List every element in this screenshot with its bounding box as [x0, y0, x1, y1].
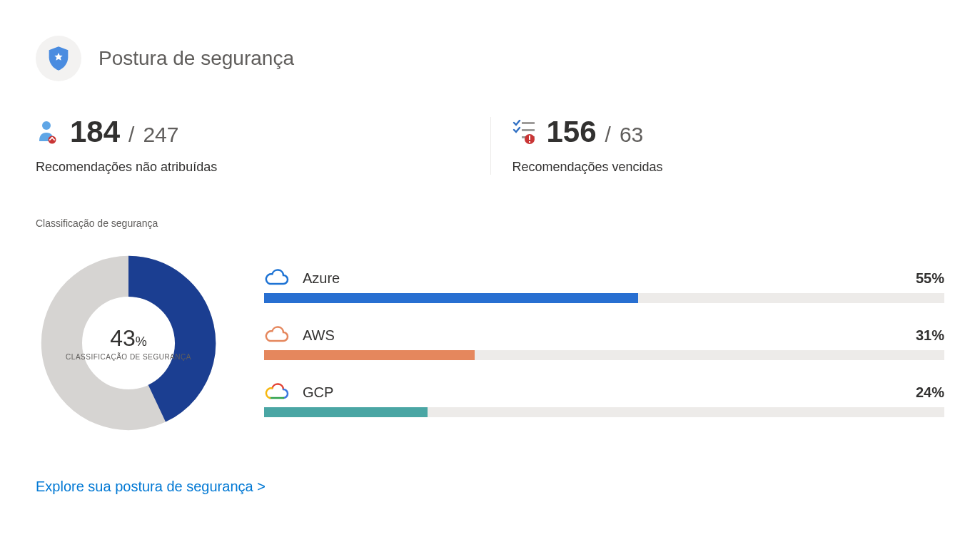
page-header: Postura de segurança [36, 36, 944, 81]
stat-overdue-big: 156 [547, 117, 597, 147]
cloud-row-azure[interactable]: Azure55% [264, 269, 944, 303]
cloud-row-aws[interactable]: AWS31% [264, 326, 944, 360]
secure-score-donut[interactable]: 43% CLASSIFICAÇÃO DE SEGURANÇA [36, 250, 221, 436]
cloud-name: GCP [303, 384, 906, 401]
cloud-icon [264, 269, 293, 287]
cloud-bar-track [264, 407, 944, 417]
donut-percent: 43% [110, 325, 147, 352]
cloud-pct: 55% [916, 270, 944, 287]
section-label: Classificação de segurança [36, 218, 944, 229]
svg-rect-5 [522, 129, 535, 131]
stat-overdue-small: 63 [620, 123, 643, 147]
cloud-pct: 24% [916, 384, 944, 401]
donut-sublabel: CLASSIFICAÇÃO DE SEGURANÇA [66, 353, 191, 361]
person-alert-icon [36, 120, 61, 144]
stat-overdue[interactable]: 156/63 Recomendações vencidas [490, 117, 945, 175]
svg-rect-4 [522, 122, 535, 124]
cloud-bars: Azure55%AWS31%GCP24% [264, 269, 944, 417]
stat-unassigned-big: 184 [70, 117, 120, 147]
score-section: 43% CLASSIFICAÇÃO DE SEGURANÇA Azure55%A… [36, 250, 944, 436]
page-title: Postura de segurança [98, 47, 294, 70]
stat-unassigned-label: Recomendações não atribuídas [36, 160, 490, 175]
cloud-name: AWS [303, 327, 906, 344]
checklist-alert-icon [512, 120, 538, 144]
cloud-bar-fill [264, 293, 638, 303]
cloud-name: Azure [303, 270, 906, 287]
svg-rect-8 [529, 136, 530, 140]
cloud-bar-fill [264, 407, 428, 417]
explore-link[interactable]: Explore sua postura de segurança > [36, 479, 266, 495]
svg-rect-9 [529, 141, 530, 143]
stat-overdue-label: Recomendações vencidas [512, 160, 945, 175]
cloud-icon [264, 383, 293, 402]
shield-icon [36, 36, 81, 81]
cloud-icon [264, 326, 293, 344]
cloud-bar-track [264, 293, 944, 303]
stats-row: 184/247 Recomendações não atribuídas 156… [36, 117, 944, 175]
stat-unassigned[interactable]: 184/247 Recomendações não atribuídas [36, 117, 490, 175]
cloud-bar-track [264, 350, 944, 360]
stat-unassigned-small: 247 [143, 123, 178, 147]
svg-point-0 [42, 121, 51, 130]
cloud-row-gcp[interactable]: GCP24% [264, 383, 944, 417]
cloud-pct: 31% [916, 327, 944, 344]
cloud-bar-fill [264, 350, 475, 360]
